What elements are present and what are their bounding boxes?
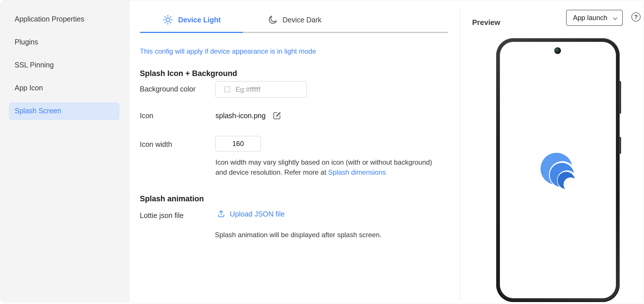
- chevron-down-icon: [611, 15, 619, 22]
- background-color-label: Background color: [140, 85, 196, 93]
- icon-filename: splash-icon.png: [215, 112, 266, 120]
- lottie-json-label: Lottie json file: [140, 211, 184, 220]
- splash-dimensions-link[interactable]: Splash dimensions: [328, 168, 386, 176]
- tab-label: Device Dark: [282, 16, 321, 24]
- tab-device-light[interactable]: Device Light: [140, 9, 243, 31]
- icon-label: Icon: [140, 112, 153, 120]
- sidebar-item-plugins[interactable]: Plugins: [0, 30, 130, 53]
- icon-width-help-prefix: and device resolution. Refer more at: [215, 168, 328, 176]
- splash-wave-logo: [540, 152, 578, 190]
- sun-icon: [162, 14, 174, 26]
- sidebar-item-app-icon[interactable]: App Icon: [0, 76, 130, 99]
- upload-json-label: Upload JSON file: [230, 210, 285, 218]
- tab-device-dark[interactable]: Device Dark: [243, 9, 346, 31]
- tabbar: Device Light Device Dark: [140, 9, 448, 32]
- phone-mockup: [496, 38, 620, 302]
- lottie-help: Splash animation will be displayed after…: [215, 230, 382, 240]
- icon-width-help-line2: and device resolution. Refer more at Spl…: [215, 167, 386, 177]
- sidebar-item-application-properties[interactable]: Application Properties: [0, 7, 130, 30]
- upload-json-button[interactable]: Upload JSON file: [217, 209, 285, 219]
- edit-icon[interactable]: [272, 110, 282, 121]
- panel-divider: [460, 8, 460, 301]
- sidebar-item-ssl-pinning[interactable]: SSL Pinning: [0, 53, 130, 76]
- question-mark-icon[interactable]: ?: [631, 12, 641, 22]
- sidebar-item-label: SSL Pinning: [15, 61, 54, 69]
- dropdown-value: App launch: [573, 14, 607, 22]
- section-title-splash-animation: Splash animation: [140, 194, 204, 203]
- app-window: Application Properties Plugins SSL Pinni…: [0, 0, 644, 304]
- phone-power-button: [619, 137, 621, 154]
- tab-label: Device Light: [178, 16, 221, 24]
- active-tab-indicator: [140, 32, 243, 33]
- section-title-splash-icon-background: Splash Icon + Background: [140, 69, 237, 78]
- icon-width-input[interactable]: [215, 136, 261, 151]
- sidebar: Application Properties Plugins SSL Pinni…: [0, 0, 130, 302]
- sidebar-item-label: App Icon: [15, 84, 43, 92]
- phone-screen: [500, 42, 616, 298]
- sidebar-item-label: Splash Screen: [15, 107, 61, 115]
- upload-icon: [217, 209, 226, 219]
- info-banner: This config will apply if device appeara…: [140, 47, 316, 55]
- moon-icon: [268, 15, 278, 25]
- color-swatch[interactable]: [224, 86, 230, 92]
- main-content: Device Light Device Dark This config wil…: [140, 0, 448, 304]
- sidebar-item-label: Application Properties: [15, 15, 84, 23]
- preview-title: Preview: [472, 18, 500, 27]
- sidebar-item-splash-screen[interactable]: Splash Screen: [0, 99, 130, 122]
- icon-width-help-line1: Icon width may vary slightly based on ic…: [215, 157, 432, 167]
- icon-width-label: Icon width: [140, 140, 172, 149]
- sidebar-item-label: Plugins: [15, 38, 38, 46]
- preview-mode-dropdown[interactable]: App launch: [566, 10, 623, 26]
- phone-camera-icon: [554, 47, 561, 54]
- phone-volume-button: [619, 81, 621, 114]
